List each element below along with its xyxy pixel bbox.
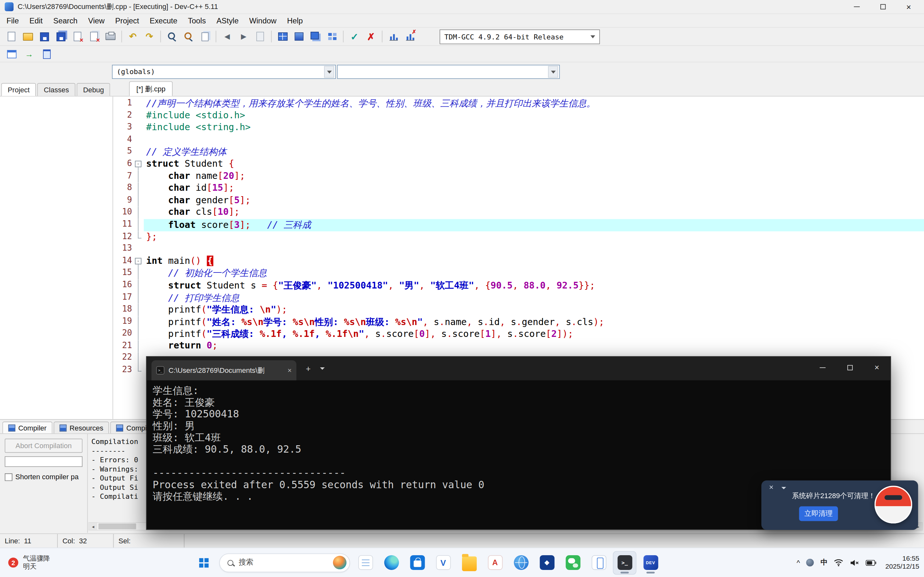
taskbar-app-app-misc[interactable] bbox=[535, 551, 559, 574]
fold-toggle-icon[interactable]: - bbox=[135, 161, 142, 167]
members-combobox[interactable] bbox=[337, 65, 560, 79]
fold-column bbox=[133, 292, 144, 304]
compile-button[interactable] bbox=[275, 29, 291, 44]
menu-item-file[interactable]: File bbox=[1, 15, 24, 26]
print-button[interactable] bbox=[103, 29, 119, 44]
menu-item-search[interactable]: Search bbox=[48, 15, 83, 26]
insert-button[interactable] bbox=[3, 46, 19, 61]
terminal-tab-close-icon[interactable]: × bbox=[288, 366, 292, 374]
find-next-button[interactable] bbox=[197, 29, 213, 44]
compile-run-button[interactable] bbox=[308, 29, 324, 44]
menu-item-view[interactable]: View bbox=[83, 15, 110, 26]
forward-button[interactable] bbox=[236, 29, 252, 44]
close-button[interactable]: × bbox=[896, 0, 922, 13]
close-all-button[interactable] bbox=[86, 29, 102, 44]
line-number: 18 bbox=[113, 304, 133, 316]
terminal-maximize-button[interactable] bbox=[836, 357, 863, 378]
line-number: 14 bbox=[113, 255, 133, 268]
start-button[interactable] bbox=[192, 551, 216, 574]
open-button[interactable] bbox=[20, 29, 36, 44]
abort-compilation-button[interactable]: Abort Compilation bbox=[5, 438, 82, 453]
menu-item-window[interactable]: Window bbox=[244, 15, 282, 26]
combo-arrow[interactable] bbox=[324, 66, 334, 78]
run-button[interactable] bbox=[291, 29, 307, 44]
taskbar-app-globe[interactable] bbox=[509, 551, 533, 574]
compiler-select[interactable]: TDM-GCC 4.9.2 64-bit Release bbox=[439, 29, 600, 44]
save-all-button[interactable] bbox=[53, 29, 69, 44]
combo-arrow[interactable] bbox=[548, 66, 558, 78]
code-line: 15 // 初始化一个学生信息 bbox=[113, 268, 924, 279]
scroll-thumb[interactable] bbox=[99, 524, 136, 529]
profile-analysis-button[interactable] bbox=[402, 29, 418, 44]
volume-mute-icon[interactable] bbox=[850, 559, 859, 566]
weather-widget[interactable]: 2 气温骤降 明天 bbox=[3, 548, 55, 577]
tab-dropdown-button[interactable] bbox=[320, 367, 325, 370]
menu-item-edit[interactable]: Edit bbox=[24, 15, 48, 26]
menu-item-execute[interactable]: Execute bbox=[144, 15, 183, 26]
tray-expand-icon[interactable]: ^ bbox=[796, 558, 800, 567]
taskbar-app-terminal[interactable] bbox=[613, 551, 636, 574]
main-toolbar: TDM-GCC 4.9.2 64-bit Release bbox=[0, 27, 924, 46]
fold-toggle-icon[interactable]: - bbox=[135, 258, 142, 264]
profile-button[interactable] bbox=[385, 29, 401, 44]
taskbar-app-store[interactable] bbox=[405, 551, 429, 574]
minimize-button[interactable] bbox=[844, 0, 870, 13]
taskbar-app-explorer[interactable] bbox=[457, 551, 481, 574]
taskbar-search[interactable]: 搜索 bbox=[219, 553, 350, 572]
taskbar-app-devcpp[interactable] bbox=[639, 551, 662, 574]
new-button[interactable] bbox=[3, 29, 19, 44]
menu-item-astyle[interactable]: AStyle bbox=[211, 15, 244, 26]
scroll-left-icon[interactable]: ◂ bbox=[89, 523, 97, 530]
close-button[interactable] bbox=[69, 29, 86, 44]
editor-tab[interactable]: [*] 删.cpp bbox=[129, 81, 173, 96]
menu-item-help[interactable]: Help bbox=[282, 15, 308, 26]
clean-now-button[interactable]: 立即清理 bbox=[799, 506, 838, 521]
code-line: 21 return 0; bbox=[113, 340, 924, 352]
menu-item-tools[interactable]: Tools bbox=[183, 15, 211, 26]
console-line bbox=[153, 455, 891, 467]
syntax-check-button[interactable] bbox=[347, 29, 363, 44]
taskbar-app-wechat[interactable] bbox=[561, 551, 585, 574]
toast-chevron-icon[interactable] bbox=[782, 487, 787, 489]
taskbar-app-v-app[interactable] bbox=[431, 551, 455, 574]
battery-icon[interactable] bbox=[866, 560, 877, 566]
new-tab-button[interactable]: + bbox=[306, 364, 310, 373]
toast-close-icon[interactable]: × bbox=[769, 483, 774, 492]
toggle-bookmark-button[interactable] bbox=[21, 46, 37, 61]
report-tab-compiler[interactable]: Compiler bbox=[2, 422, 52, 434]
tray-app-icon[interactable] bbox=[806, 559, 814, 566]
report-tab-resources[interactable]: Resources bbox=[53, 422, 109, 434]
globals-combobox[interactable]: (globals) bbox=[112, 65, 336, 79]
find-button[interactable] bbox=[164, 29, 180, 44]
wifi-icon[interactable] bbox=[834, 559, 843, 566]
terminal-minimize-button[interactable] bbox=[809, 357, 836, 378]
line-number: 15 bbox=[113, 268, 133, 279]
abort-button[interactable] bbox=[363, 29, 379, 44]
goto-line-button[interactable] bbox=[252, 29, 268, 44]
taskbar-app-edge[interactable] bbox=[380, 551, 403, 574]
undo-icon bbox=[128, 31, 138, 42]
undo-button[interactable] bbox=[125, 29, 141, 44]
terminal-tab[interactable]: C:\Users\28769\Documents\删 × bbox=[152, 360, 296, 380]
save-button[interactable] bbox=[37, 29, 53, 44]
replace-button[interactable] bbox=[180, 29, 196, 44]
shorten-compiler-checkbox[interactable]: Shorten compiler pa bbox=[5, 473, 86, 481]
redo-button[interactable] bbox=[142, 29, 158, 44]
back-button[interactable] bbox=[219, 29, 235, 44]
goto-bookmark-button[interactable] bbox=[39, 46, 55, 61]
taskbar-app-app-a[interactable] bbox=[483, 551, 507, 574]
taskbar-clock[interactable]: 16:55 2025/12/15 bbox=[885, 554, 919, 571]
panel-tab-classes[interactable]: Classes bbox=[37, 83, 75, 96]
ime-indicator[interactable]: 中 bbox=[821, 558, 828, 567]
menu-item-project[interactable]: Project bbox=[110, 15, 144, 26]
panel-divider bbox=[87, 434, 88, 533]
cleaner-mascot-icon[interactable] bbox=[875, 486, 913, 524]
rebuild-button[interactable] bbox=[324, 29, 340, 44]
maximize-button[interactable] bbox=[870, 0, 896, 13]
taskbar-app-notepad[interactable] bbox=[354, 551, 377, 574]
panel-tab-project[interactable]: Project bbox=[1, 83, 36, 96]
panel-tab-debug[interactable]: Debug bbox=[77, 83, 110, 96]
taskbar-app-phone-link[interactable] bbox=[587, 551, 610, 574]
terminal-close-button[interactable]: × bbox=[863, 357, 890, 378]
new-icon bbox=[6, 31, 17, 42]
